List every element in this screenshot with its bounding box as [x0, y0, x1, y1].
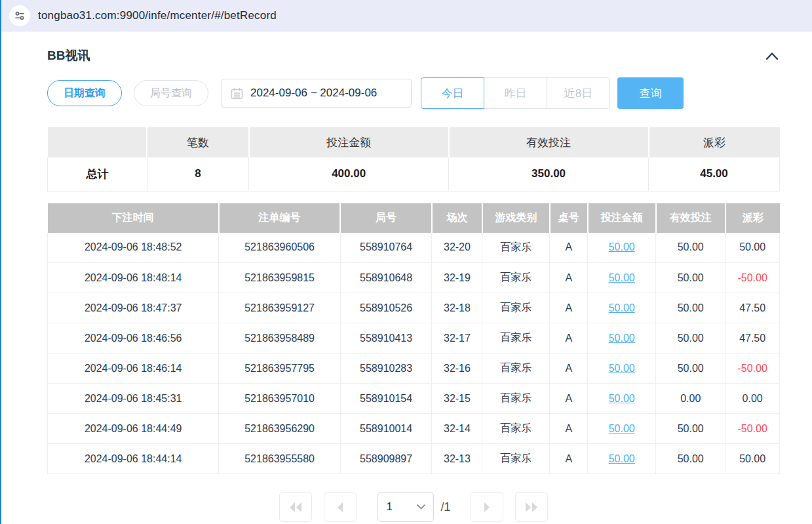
header-game-type: 游戏类别 — [482, 203, 550, 233]
cell-round-no: 558910413 — [340, 323, 432, 353]
table-row: 2024-09-06 18:48:14521863959815558910648… — [48, 263, 780, 293]
first-page-button[interactable] — [279, 492, 312, 522]
cell-game-type: 百家乐 — [482, 233, 550, 263]
cell-order-no: 521863960506 — [219, 233, 340, 263]
summary-table: 笔数 投注金额 有效投注 派彩 总计 8 400.00 350.00 45.00 — [47, 127, 780, 191]
summary-bet-amount-value: 400.00 — [249, 157, 449, 191]
last-page-button[interactable] — [515, 492, 548, 522]
browser-url-bar[interactable]: tongbao31.com:9900/infe/mcenter/#/betRec… — [1, 0, 812, 31]
page-select[interactable]: 1 — [377, 492, 434, 522]
records-header-row: 下注时间 注单编号 局号 场次 游戏类别 桌号 投注金额 有效投注 派彩 — [48, 203, 780, 233]
bet-amount-link[interactable]: 50.00 — [609, 423, 635, 434]
bet-amount-link[interactable]: 50.00 — [609, 393, 635, 404]
header-order-no: 注单编号 — [219, 203, 340, 233]
range-yesterday-button[interactable]: 昨日 — [484, 77, 547, 109]
range-last8days-button[interactable]: 近8日 — [547, 77, 610, 109]
summary-total-label: 总计 — [48, 157, 147, 191]
table-row: 2024-09-06 18:44:14521863955580558909897… — [48, 444, 780, 474]
chevron-left-icon — [336, 502, 344, 512]
cell-order-no: 521863958489 — [219, 323, 340, 353]
header-bet-amount: 投注金额 — [588, 203, 656, 233]
tab-round-query[interactable]: 局号查询 — [134, 80, 208, 106]
cell-bet-time: 2024-09-06 18:47:37 — [48, 293, 219, 323]
cell-valid-bet: 50.00 — [656, 323, 725, 353]
cell-round-no: 558910154 — [340, 384, 432, 414]
cell-bet-time: 2024-09-06 18:46:56 — [48, 323, 219, 353]
cell-game-type: 百家乐 — [482, 293, 550, 323]
cell-table-no: A — [550, 323, 588, 353]
summary-count-value: 8 — [147, 157, 248, 191]
table-row: 2024-09-06 18:46:14521863957795558910283… — [48, 353, 780, 384]
cell-game-type: 百家乐 — [482, 353, 550, 384]
cell-bet-amount: 50.00 — [588, 323, 656, 353]
cell-session: 32-17 — [432, 323, 482, 353]
summary-header-valid-bet: 有效投注 — [449, 127, 649, 157]
cell-round-no: 558910648 — [340, 263, 432, 293]
header-table-no: 桌号 — [550, 203, 588, 233]
cell-bet-amount: 50.00 — [588, 414, 656, 444]
cell-round-no: 558910283 — [340, 353, 432, 384]
search-button[interactable]: 查询 — [617, 77, 684, 109]
tab-date-query[interactable]: 日期查询 — [47, 80, 122, 106]
table-row: 2024-09-06 18:45:31521863957010558910154… — [48, 384, 780, 414]
cell-payout: -50.00 — [725, 353, 780, 384]
summary-valid-bet-value: 350.00 — [449, 157, 649, 191]
cell-round-no: 558910014 — [340, 414, 432, 444]
cell-game-type: 百家乐 — [482, 444, 550, 474]
cell-bet-amount: 50.00 — [588, 293, 656, 323]
bet-amount-link[interactable]: 50.00 — [609, 241, 635, 252]
page-total: /1 — [440, 492, 450, 522]
bet-amount-link[interactable]: 50.00 — [609, 453, 635, 464]
records-tbody: 2024-09-06 18:48:52521863960506558910764… — [48, 233, 780, 474]
url-text[interactable]: tongbao31.com:9900/infe/mcenter/#/betRec… — [38, 9, 277, 22]
filter-toolbar: 日期查询 局号查询 2024-09-06 ~ 2024-09-06 今日 昨日 … — [47, 77, 780, 109]
summary-total-row: 总计 8 400.00 350.00 45.00 — [48, 157, 780, 191]
bet-amount-link[interactable]: 50.00 — [609, 333, 635, 344]
cell-payout: 47.50 — [725, 323, 780, 353]
cell-session: 32-15 — [432, 384, 482, 414]
summary-payout-value: 45.00 — [649, 157, 780, 191]
cell-round-no: 558910526 — [340, 293, 432, 323]
site-settings-icon[interactable] — [9, 5, 30, 26]
table-row: 2024-09-06 18:48:52521863960506558910764… — [48, 233, 780, 263]
table-row: 2024-09-06 18:47:37521863959127558910526… — [48, 293, 780, 323]
cell-payout: -50.00 — [725, 263, 780, 293]
chevron-right-icon — [483, 502, 491, 512]
panel-header: BB视讯 — [47, 46, 780, 66]
bet-amount-link[interactable]: 50.00 — [609, 363, 635, 374]
cell-order-no: 521863956290 — [219, 414, 340, 444]
summary-header-payout: 派彩 — [649, 127, 780, 157]
cell-valid-bet: 50.00 — [656, 233, 725, 263]
cell-payout: 50.00 — [725, 444, 780, 474]
collapse-button[interactable] — [764, 50, 780, 62]
cell-bet-time: 2024-09-06 18:48:14 — [48, 263, 219, 293]
range-today-button[interactable]: 今日 — [421, 77, 484, 109]
prev-page-button[interactable] — [324, 492, 357, 522]
cell-bet-time: 2024-09-06 18:46:14 — [48, 353, 219, 384]
summary-header-blank — [48, 127, 147, 157]
cell-table-no: A — [550, 414, 588, 444]
cell-bet-amount: 50.00 — [588, 353, 656, 384]
bet-record-panel: BB视讯 日期查询 局号查询 2024-09-06 ~ 2024-09-06 今… — [1, 46, 812, 522]
calendar-icon — [231, 87, 243, 100]
cell-payout: 47.50 — [725, 293, 780, 323]
cell-bet-time: 2024-09-06 18:45:31 — [48, 384, 219, 414]
next-page-button[interactable] — [471, 492, 503, 522]
summary-header-row: 笔数 投注金额 有效投注 派彩 — [48, 127, 780, 157]
cell-valid-bet: 0.00 — [656, 384, 725, 414]
summary-header-count: 笔数 — [147, 127, 248, 157]
bet-amount-link[interactable]: 50.00 — [609, 272, 635, 283]
date-range-input[interactable]: 2024-09-06 ~ 2024-09-06 — [222, 79, 412, 108]
double-chevron-left-icon — [288, 502, 303, 512]
cell-order-no: 521863957010 — [219, 384, 340, 414]
table-row: 2024-09-06 18:46:56521863958489558910413… — [48, 323, 780, 353]
cell-bet-amount: 50.00 — [588, 263, 656, 293]
header-session: 场次 — [432, 203, 482, 233]
cell-valid-bet: 50.00 — [656, 263, 725, 293]
cell-bet-time: 2024-09-06 18:44:49 — [48, 414, 219, 444]
header-valid-bet: 有效投注 — [656, 203, 725, 233]
cell-session: 32-14 — [432, 414, 482, 444]
bet-amount-link[interactable]: 50.00 — [609, 302, 635, 313]
records-table: 下注时间 注单编号 局号 场次 游戏类别 桌号 投注金额 有效投注 派彩 202… — [47, 203, 780, 475]
double-chevron-right-icon — [524, 502, 539, 512]
